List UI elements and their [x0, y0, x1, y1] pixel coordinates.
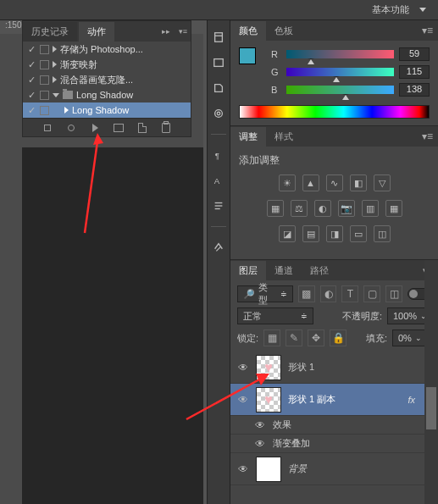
black-white-icon[interactable]: ◐ [314, 200, 331, 217]
blue-value-input[interactable]: 138 [399, 83, 430, 97]
action-row[interactable]: ✓ 混合器画笔克隆... [23, 72, 191, 87]
hue-saturation-icon[interactable]: ▦ [267, 200, 284, 217]
panel-menu-icon[interactable]: ▾≡ [175, 27, 191, 36]
collapse-icon[interactable] [53, 93, 59, 97]
curves-icon[interactable]: ∿ [326, 174, 343, 191]
visibility-toggle-icon[interactable]: 👁 [254, 419, 266, 431]
tab-adjustments[interactable]: 调整 [230, 127, 266, 147]
green-slider[interactable] [286, 68, 394, 76]
dock-tool-icon[interactable]: ¶ [210, 147, 227, 163]
dock-tool-icon[interactable]: A [210, 172, 227, 189]
lock-all-icon[interactable]: 🔒 [330, 330, 347, 346]
delete-button[interactable] [160, 122, 172, 134]
layer-name[interactable]: 形状 1 [288, 361, 314, 374]
action-dialog-toggle[interactable] [40, 60, 49, 69]
blue-slider[interactable] [286, 86, 394, 94]
lock-position-icon[interactable]: ✥ [308, 330, 324, 346]
play-action-button[interactable] [89, 122, 101, 134]
action-dialog-toggle[interactable] [40, 91, 49, 100]
visibility-toggle-icon[interactable]: 👁 [254, 438, 266, 450]
visibility-toggle-icon[interactable]: 👁 [237, 394, 249, 406]
levels-icon[interactable]: ▲ [302, 174, 319, 191]
color-spectrum-bar[interactable] [239, 105, 430, 119]
threshold-icon[interactable]: ◨ [326, 225, 343, 242]
layer-row[interactable]: 👁 背景 [230, 453, 438, 485]
layer-name[interactable]: 背景 [288, 462, 307, 475]
visibility-toggle-icon[interactable]: 👁 [237, 362, 249, 374]
filter-type-icon[interactable]: T [341, 285, 358, 302]
expand-icon[interactable] [53, 76, 57, 83]
layer-thumbnail[interactable]: ♥ [256, 387, 281, 413]
color-balance-icon[interactable]: ⚖ [291, 200, 308, 217]
red-value-input[interactable]: 59 [399, 47, 430, 61]
action-set-row[interactable]: ✓ Long Shadow [23, 87, 191, 102]
layer-thumbnail[interactable] [256, 457, 281, 482]
panel-menu-icon[interactable]: ▾≡ [422, 25, 438, 36]
tab-paths[interactable]: 路径 [302, 261, 337, 280]
visibility-toggle-icon[interactable]: 👁 [237, 463, 249, 475]
vibrance-icon[interactable]: ▽ [374, 174, 391, 191]
action-dialog-toggle[interactable] [40, 45, 49, 54]
action-row[interactable]: ✓ 存储为 Photoshop... [23, 42, 191, 57]
blend-mode-dropdown[interactable]: 正常≑ [237, 307, 313, 324]
filter-shape-icon[interactable]: ▢ [363, 285, 380, 302]
action-dialog-toggle[interactable] [40, 75, 49, 85]
panel-collapse-icon[interactable]: ▸▸ [158, 27, 174, 36]
selective-color-icon[interactable]: ◫ [374, 225, 391, 242]
lock-pixels-icon[interactable]: ✎ [286, 330, 302, 346]
tab-swatches[interactable]: 色板 [266, 21, 302, 41]
dock-tool-icon[interactable] [210, 29, 227, 46]
action-dialog-toggle[interactable] [40, 106, 49, 115]
action-checkmark-icon[interactable]: ✓ [26, 75, 36, 85]
filter-pixel-icon[interactable]: ▩ [298, 285, 315, 302]
tab-history[interactable]: 历史记录 [23, 22, 77, 42]
action-checkmark-icon[interactable]: ✓ [26, 59, 36, 69]
action-checkmark-icon[interactable]: ✓ [26, 44, 36, 54]
new-action-button[interactable] [136, 122, 148, 134]
tab-layers[interactable]: 图层 [230, 261, 266, 280]
foreground-color-swatch[interactable] [239, 47, 256, 64]
layer-row-selected[interactable]: 👁 ♥ 形状 1 副本 fx [230, 384, 438, 416]
tab-channels[interactable]: 通道 [266, 261, 302, 280]
invert-icon[interactable]: ◪ [279, 225, 296, 242]
layer-filter-type-dropdown[interactable]: 🔎类型≑ [237, 285, 293, 302]
lock-transparency-icon[interactable]: ▦ [263, 330, 280, 346]
channel-mixer-icon[interactable]: ▥ [362, 200, 379, 217]
layer-row[interactable]: 👁 ♥ 形状 1 [230, 352, 438, 384]
action-checkmark-icon[interactable]: ✓ [26, 90, 36, 100]
layers-scrollbar[interactable] [424, 260, 438, 504]
begin-recording-button[interactable] [65, 122, 77, 134]
dock-tool-icon[interactable] [210, 239, 227, 256]
color-lookup-icon[interactable]: ▦ [385, 200, 402, 217]
tab-color[interactable]: 颜色 [230, 21, 266, 41]
expand-icon[interactable] [53, 61, 57, 68]
foreground-background-swatches[interactable] [239, 47, 263, 71]
action-row-selected[interactable]: ✓ Long Shadow [23, 102, 191, 118]
filter-smartobject-icon[interactable]: ◫ [385, 285, 402, 302]
red-slider[interactable] [286, 50, 394, 58]
layer-fx-badge[interactable]: fx [408, 395, 417, 405]
dock-tool-icon[interactable] [210, 197, 227, 214]
tab-styles[interactable]: 样式 [266, 127, 302, 147]
action-checkmark-icon[interactable]: ✓ [26, 105, 36, 115]
layer-effects-header[interactable]: 👁 效果 [230, 416, 438, 435]
tab-actions[interactable]: 动作 [79, 22, 114, 42]
dock-tool-icon[interactable] [210, 80, 227, 97]
action-row[interactable]: ✓ 渐变映射 [23, 57, 191, 72]
dock-tool-icon[interactable] [210, 105, 227, 122]
new-set-button[interactable] [113, 122, 125, 134]
panel-menu-icon[interactable]: ▾≡ [422, 130, 438, 142]
layer-effect-item[interactable]: 👁 渐变叠加 [230, 435, 438, 453]
filter-adjustment-icon[interactable]: ◐ [320, 285, 337, 302]
dock-tool-icon[interactable] [210, 54, 227, 71]
workspace-switcher-label[interactable]: 基本功能 [372, 3, 409, 16]
stop-recording-button[interactable] [42, 122, 53, 134]
gradient-map-icon[interactable]: ▭ [350, 225, 367, 242]
green-value-input[interactable]: 115 [399, 65, 430, 79]
posterize-icon[interactable]: ▤ [302, 225, 319, 242]
layer-name[interactable]: 形状 1 副本 [288, 393, 335, 406]
expand-icon[interactable] [64, 107, 69, 114]
brightness-contrast-icon[interactable]: ☀ [279, 174, 296, 191]
photo-filter-icon[interactable]: 📷 [338, 200, 355, 217]
exposure-icon[interactable]: ◧ [350, 174, 367, 191]
